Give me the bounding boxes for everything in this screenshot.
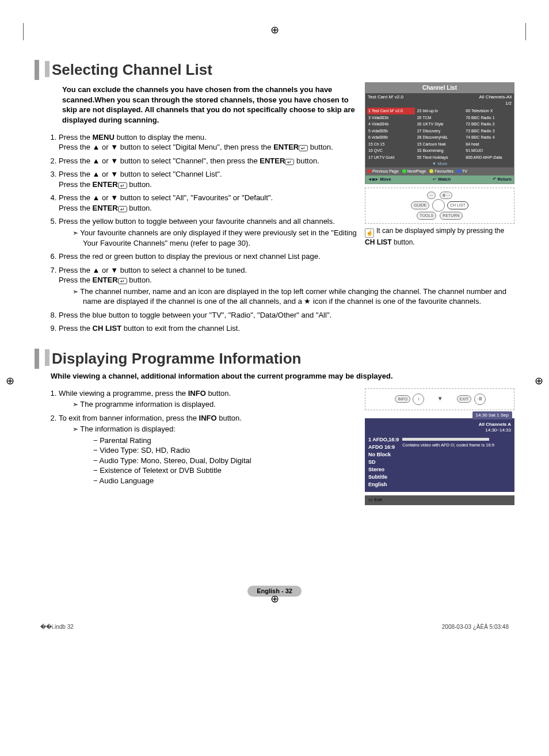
enter-icon: ↵	[299, 145, 308, 151]
info-bullet: − Audio Type: Mono, Stereo, Dual, Dolby …	[93, 456, 357, 466]
step5-note: Your favourite channels are only display…	[83, 228, 357, 248]
s2-step-1: While viewing a programme, press the INF…	[59, 388, 357, 410]
channel-row: 23 bid-up.tv	[416, 108, 464, 114]
channel-row: 72 BBC Radio 2	[464, 121, 512, 127]
channel-row: 26 UKTV Style	[416, 121, 464, 127]
section1-title: Selecting Channel List	[35, 60, 514, 80]
channel-row: 28 DiscoveryH&L	[416, 134, 464, 140]
section2-title: Displaying Programme Information	[35, 349, 514, 369]
section1-intro: You can exclude the channels you have ch…	[62, 85, 357, 125]
registration-mark-right: ⊕	[535, 374, 543, 388]
enter-icon: ↵	[118, 278, 127, 284]
channel-row: 5 vida005b	[367, 128, 415, 134]
step-4: Press the ▲ or ▼ button to select "All",…	[59, 193, 357, 213]
side-note: ☝It can be displayed simply by pressing …	[365, 226, 514, 247]
registration-mark-bottom: ⊕	[35, 592, 514, 606]
channel-row: 74 BBC Radio 4	[464, 134, 512, 140]
enter-icon: ↵	[118, 182, 127, 189]
s2-step-2: To exit from banner information, press t…	[59, 413, 357, 486]
step-7: Press the ▲ or ▼ button to select a chan…	[59, 265, 514, 307]
channel-row: 4 Vida004b	[367, 121, 415, 127]
channel-row: 3 Vida003b	[367, 114, 415, 121]
info-bullet: − Video Type: SD, HD, Radio	[93, 445, 357, 456]
channel-row: 84 heat	[464, 141, 512, 147]
channel-row: 27 Discovery	[416, 128, 464, 134]
channel-row: 1 Test Card M' v2.0	[367, 108, 415, 114]
document-footer: ��i.indb 32 2008-03-03 ¿ÀÈÄ 5:03:48	[35, 623, 514, 631]
step-9: Press the CH LIST button to exit from th…	[59, 323, 514, 334]
channel-row: 33 Boomerang	[416, 147, 464, 154]
step-1: Press the MENU button to display the men…	[59, 132, 357, 152]
registration-mark-left: ⊕	[6, 374, 14, 388]
info-bullet: − Existence of Teletext or DVB Subtitle	[93, 465, 357, 476]
channel-row: 25 TCM	[416, 114, 464, 121]
enter-icon: ↵	[118, 206, 127, 212]
channel-row: 800 ARD-MHP-Data	[464, 154, 512, 161]
step-8: Press the blue button to toggle between …	[59, 310, 514, 320]
section2-steps: While viewing a programme, press the INF…	[46, 388, 357, 486]
section1-steps: Press the MENU button to display the men…	[46, 132, 357, 248]
step-5: Press the yellow button to toggle betwee…	[59, 216, 357, 248]
section2-intro: While viewing a channel, additional info…	[51, 371, 514, 381]
channel-row: 6 vida006b	[367, 134, 415, 140]
channel-row: 55 Ttext Holidays	[416, 154, 464, 161]
s2-step1-note: The programme information is displayed.	[83, 399, 357, 410]
channel-row: 60 Television X	[464, 108, 512, 114]
channel-row: 73 BBC Radio 3	[464, 128, 512, 134]
info-banner-screenshot: 14:30 Sat 1 Sep All Channels A14:30~14:3…	[365, 418, 514, 492]
info-exit-bar: ▭ Exit	[365, 495, 514, 505]
section1-steps-cont: Press the red or green button to display…	[46, 251, 514, 334]
info-bullet: − Parental Rating	[93, 436, 357, 446]
step-2: Press the ▲ or ▼ button to select "Chann…	[59, 156, 357, 166]
remote-hint: ··· Ⅲ ··· GUIDE CH LIST TOOLS RETURN	[365, 188, 514, 224]
remote-diagram: INFO i EXIT ·Ⅲ	[365, 388, 514, 410]
info-bullet: − Audio Language	[93, 476, 357, 486]
s2-step2-note: The information is displayed:	[83, 424, 357, 434]
tv-title: Channel List	[365, 83, 514, 93]
step7-note: The channel number, name and an icon are…	[83, 287, 514, 307]
step-6: Press the red or green button to display…	[59, 251, 514, 262]
channel-row: 70 BBC Radio 1	[464, 114, 512, 121]
channel-row: 91 MOJO	[464, 147, 512, 154]
channel-list-screenshot: Channel List Test Card M' v2.0All Channe…	[365, 82, 514, 184]
hand-icon: ☝	[365, 228, 374, 238]
channel-row: 17 UKTV Gold	[367, 154, 415, 161]
channel-row: 16 QVC	[367, 147, 415, 154]
step-3: Press the ▲ or ▼ button to select "Chann…	[59, 169, 357, 189]
registration-mark-top: ⊕	[35, 23, 514, 37]
channel-row: 15 Ch 15	[367, 141, 415, 147]
channel-row: 15 Cartoon Nwk	[416, 141, 464, 147]
enter-icon: ↵	[285, 159, 294, 165]
